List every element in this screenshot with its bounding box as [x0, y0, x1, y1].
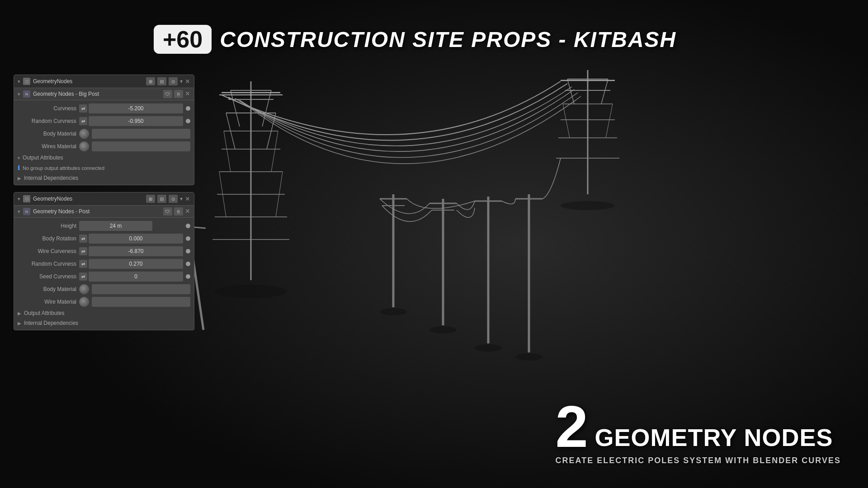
panel2-subheader-icons: 🛡 ⎘ ✕	[163, 207, 190, 216]
panel1-collapse-arrow[interactable]: ▾	[18, 79, 20, 84]
prop-row-curvness: Curvness ⇄ -5.200	[14, 102, 194, 115]
random-curvness2-input[interactable]	[89, 259, 183, 269]
panel2-body: Height Body Rotation ⇄ Wire Curveness ⇄	[14, 218, 194, 330]
body-material2-icon[interactable]	[79, 284, 89, 294]
seed-curvness-dot	[186, 274, 190, 279]
curvness-adjust-icon[interactable]: ⇄	[79, 104, 87, 113]
panel2-sub-icon-2[interactable]: ⎘	[174, 207, 183, 216]
body-material2-field[interactable]	[92, 284, 190, 294]
prop-row-body-material: Body Material	[14, 127, 194, 140]
panel1-node-icon: ⬡	[23, 78, 30, 85]
panel1-header: ▾ ⬡ GeometryNodes ⊞ ⊟ ⊙ ▾ ✕	[14, 75, 194, 88]
panel1-close[interactable]: ✕	[185, 78, 190, 85]
prop-label-body-material: Body Material	[18, 131, 76, 137]
seed-curvness-input[interactable]	[89, 272, 183, 282]
panel1-header-title: GeometryNodes	[33, 78, 72, 84]
prop-label-body-rotation: Body Rotation	[18, 235, 76, 242]
seed-curvness-adjust-icon[interactable]: ⇄	[79, 272, 87, 281]
body-rotation-adjust-icon[interactable]: ⇄	[79, 235, 87, 243]
prop-row-body-material2: Body Material	[14, 283, 194, 296]
bottom-badge: 2 Geometry Nodes Create Electric Poles S…	[556, 397, 841, 465]
info-row: ℹ No group output attributes connected	[14, 163, 194, 173]
output-attributes-section[interactable]: ▾ Output Attributes	[14, 153, 194, 163]
internal-deps2-expand: ▶	[18, 321, 21, 326]
panel1-subheader: ▾ N Geometry Nodes - Big Post 🛡 ⎘ ✕	[14, 88, 194, 100]
info-text: No group output attributes connected	[23, 165, 104, 171]
random-curvness-adjust-icon[interactable]: ⇄	[79, 117, 87, 125]
panel1-sub-icon-1[interactable]: 🛡	[163, 90, 172, 98]
prop-row-wire-curveness: Wire Curveness ⇄	[14, 245, 194, 258]
internal-deps-section[interactable]: ▶ Internal Dependencies	[14, 173, 194, 183]
wire-curveness-input[interactable]	[89, 246, 183, 256]
height-input[interactable]	[79, 221, 152, 231]
random-curvness2-dot	[186, 262, 190, 266]
panel2-sub-arrow[interactable]: ▾	[18, 209, 20, 215]
body-material-icon[interactable]	[79, 129, 89, 139]
prop-row-random-curvness2: Random Curvness ⇄	[14, 258, 194, 270]
panel2-header-title: GeometryNodes	[33, 196, 72, 202]
height-dot	[186, 224, 190, 228]
panel2-chevron[interactable]: ▾	[180, 196, 183, 202]
panel2-sub-close[interactable]: ✕	[185, 207, 190, 216]
panel1-chevron[interactable]: ▾	[180, 78, 183, 84]
internal-deps-label: Internal Dependencies	[24, 175, 78, 181]
wire-material-field[interactable]	[92, 297, 190, 307]
wires-material-field[interactable]	[92, 141, 190, 151]
panel1-icon-btn-3[interactable]: ⊙	[169, 77, 178, 85]
body-rotation-input[interactable]	[89, 234, 183, 244]
title-area: +60 Construction Site Props - kitbash	[154, 25, 676, 54]
panel1-sub-icon: N	[23, 90, 30, 98]
prop-label-body-material2: Body Material	[18, 286, 76, 292]
panel2-header: ▾ ⬡ GeometryNodes ⊞ ⊟ ⊙ ▾ ✕	[14, 192, 194, 206]
prop-label-seed-curvness: Seed Curvness	[18, 273, 76, 280]
geo-number: 2	[556, 397, 588, 456]
output-attr-label: Output Attributes	[23, 155, 63, 161]
panel1-icon-btn-1[interactable]: ⊞	[146, 77, 155, 85]
output-attr2-expand: ▶	[18, 311, 21, 316]
prop-label-random-curvness2: Random Curvness	[18, 261, 76, 267]
prop-row-body-rotation: Body Rotation ⇄	[14, 232, 194, 245]
panel1-sub-icon-2[interactable]: ⎘	[174, 90, 183, 98]
curvness-dot	[186, 106, 190, 111]
prop-label-height: Height	[18, 223, 76, 229]
panel2-subheader: ▾ N Geometry Nodes - Post 🛡 ⎘ ✕	[14, 206, 194, 218]
bottom-badge-row: 2 Geometry Nodes	[556, 397, 841, 456]
internal-deps-section2[interactable]: ▶ Internal Dependencies	[14, 318, 194, 328]
wire-curveness-adjust-icon[interactable]: ⇄	[79, 247, 87, 255]
prop-label-wire-material: Wire Material	[18, 299, 76, 305]
panel2-icon-btn-2[interactable]: ⊟	[157, 195, 166, 203]
wires-material-icon[interactable]	[79, 141, 89, 151]
prop-label-wire-curveness: Wire Curveness	[18, 248, 76, 254]
internal-deps-expand: ▶	[18, 176, 21, 181]
curvness-input[interactable]: -5.200	[89, 103, 183, 113]
panel1-icon-btn-2[interactable]: ⊟	[157, 77, 166, 85]
panel2-icon-btn-1[interactable]: ⊞	[146, 195, 155, 203]
prop-label-curvness: Curvness	[18, 105, 76, 112]
panel2-icon-btn-3[interactable]: ⊙	[169, 195, 178, 203]
panel2-node-icon: ⬡	[23, 195, 30, 202]
panel1-header-icons: ⊞ ⊟ ⊙ ▾ ✕	[146, 77, 190, 85]
prop-row-seed-curvness: Seed Curvness ⇄	[14, 270, 194, 283]
prop-row-wire-material: Wire Material	[14, 296, 194, 308]
random-curvness2-adjust-icon[interactable]: ⇄	[79, 260, 87, 268]
panel2-sub-icon: N	[23, 208, 30, 215]
output-attributes-section2[interactable]: ▶ Output Attributes	[14, 308, 194, 318]
main-title: Construction Site Props - kitbash	[220, 27, 676, 52]
panel1-sub-close[interactable]: ✕	[185, 90, 190, 98]
prop-row-wires-material: Wires Material	[14, 140, 194, 153]
wire-material-icon[interactable]	[79, 297, 89, 307]
panel2-collapse-arrow[interactable]: ▾	[18, 196, 20, 202]
body-material-field[interactable]	[92, 129, 190, 139]
panel1-sub-arrow[interactable]: ▾	[18, 91, 20, 97]
panel-post: ▾ ⬡ GeometryNodes ⊞ ⊟ ⊙ ▾ ✕ ▾ N Geometry…	[14, 192, 194, 330]
panel2-sub-icon-1[interactable]: 🛡	[163, 207, 172, 216]
prop-label-wires-material: Wires Material	[18, 143, 76, 150]
panel2-subheader-title: Geometry Nodes - Post	[33, 208, 90, 215]
panel1-body: Curvness ⇄ -5.200 Random Curvness ⇄ -0.9…	[14, 100, 194, 185]
internal-deps2-label: Internal Dependencies	[24, 320, 78, 326]
random-curvness-input[interactable]: -0.950	[89, 116, 183, 126]
output-attr-expand: ▾	[18, 155, 20, 160]
panel2-close[interactable]: ✕	[185, 195, 190, 202]
panel2-header-icons: ⊞ ⊟ ⊙ ▾ ✕	[146, 195, 190, 203]
prop-label-random-curvness: Random Curvness	[18, 118, 76, 124]
